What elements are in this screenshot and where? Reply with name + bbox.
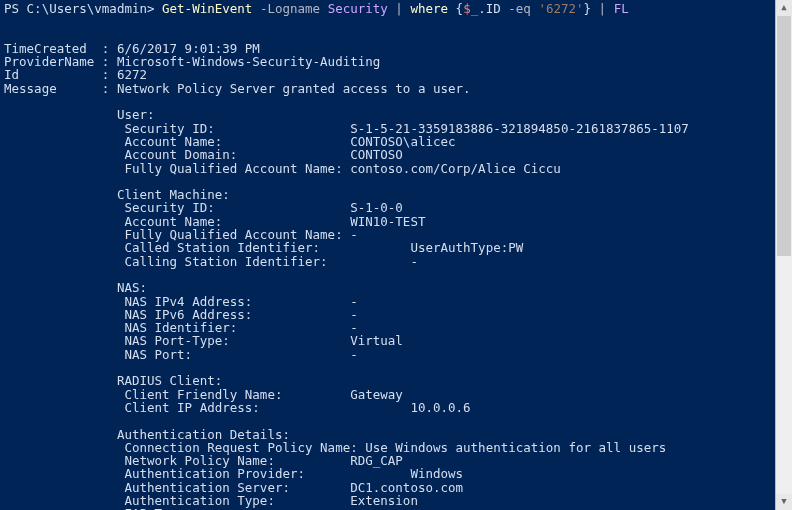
chevron-up-icon: ▲ <box>781 1 786 14</box>
brace-close: } <box>584 1 592 16</box>
pipe-1: | <box>388 1 411 16</box>
scrollbar-thumb[interactable] <box>777 16 791 256</box>
arg-security: Security <box>328 1 388 16</box>
op-eq: -eq <box>501 1 539 16</box>
field-message: Message : Network Policy Server granted … <box>4 81 471 96</box>
cmdlet-get-winevent: Get-WinEvent <box>162 1 252 16</box>
scrollbar-track[interactable] <box>776 16 792 494</box>
user-fqn: Fully Qualified Account Name: contoso.co… <box>4 161 561 176</box>
literal-eventid: '6272' <box>538 1 583 16</box>
brace-open: { <box>448 1 463 16</box>
scroll-up-button[interactable]: ▲ <box>776 0 792 16</box>
ps-prompt: PS C:\Users\vmadmin> <box>4 1 162 16</box>
cmdlet-where: where <box>410 1 448 16</box>
radius-ip-address: Client IP Address: 10.0.0.6 <box>4 400 471 415</box>
powershell-terminal[interactable]: PS C:\Users\vmadmin> Get-WinEvent -Logna… <box>0 0 792 510</box>
scroll-down-button[interactable]: ▼ <box>776 494 792 510</box>
chevron-down-icon: ▼ <box>781 495 786 508</box>
pipeline-var: $_ <box>463 1 478 16</box>
prop-id: .ID <box>478 1 501 16</box>
calling-station-id: Calling Station Identifier: - <box>4 254 418 269</box>
vertical-scrollbar[interactable]: ▲ ▼ <box>775 0 792 510</box>
cmdlet-fl: FL <box>614 1 629 16</box>
nas-port: NAS Port: - <box>4 347 358 362</box>
pipe-2: | <box>591 1 614 16</box>
param-logname: -Logname <box>252 1 327 16</box>
auth-eap-type: EAP Type: - <box>4 506 358 510</box>
